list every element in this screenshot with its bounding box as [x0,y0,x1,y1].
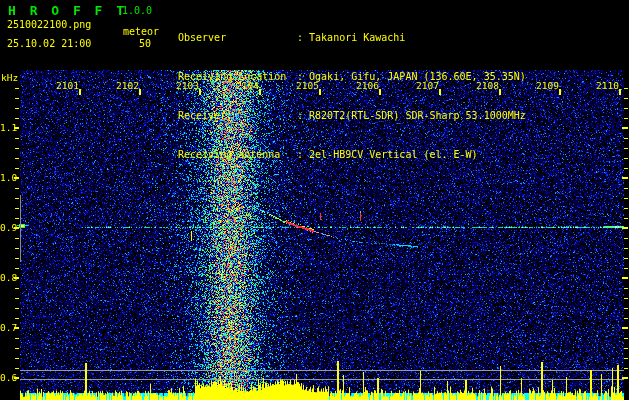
x-axis-tick-label: 2107 [415,80,439,91]
x-axis-tick-label: 2103 [175,80,199,91]
output-filename: 2510022100.png [7,19,91,30]
y-axis-tick-label: 0.7 [0,322,16,333]
x-axis-tick-label: 2104 [235,80,259,91]
y-axis-unit: kHz [1,72,18,83]
parameter-value: 50 [139,38,151,49]
y-axis-tick-label: 1.0 [0,172,16,183]
info-row-observer: Observer: Takanori Kawachi [178,31,629,44]
y-axis-tick-label: 0.8 [0,272,16,283]
info-row-receiver: Receiver: R820T2(RTL-SDR) SDR-Sharp 53.1… [178,109,629,122]
mode-label: meteor [123,26,159,37]
app-title: H R O F F T [8,3,127,18]
x-axis-tick-label: 2110 [595,80,619,91]
x-axis-tick-label: 2101 [55,80,79,91]
x-axis-tick-label: 2106 [355,80,379,91]
y-axis-tick-label: 0.6 [0,372,16,383]
x-axis-tick-label: 2105 [295,80,319,91]
info-row-antenna: Receiving antenna: 2el-HB9CV Vertical (e… [178,148,629,161]
station-info: Observer: Takanori Kawachi Receiving Loc… [178,5,629,61]
y-axis-tick-label: 1.1 [0,122,16,133]
hrofft-screen: H R O F F T 1.0.0 2510022100.png meteor … [0,0,629,400]
app-version: 1.0.0 [122,5,152,16]
y-axis-tick-label: 0.9 [0,222,16,233]
timestamp: 25.10.02 21:00 [7,38,91,49]
x-axis-tick-label: 2102 [115,80,139,91]
x-axis-tick-label: 2109 [535,80,559,91]
x-axis-tick-label: 2108 [475,80,499,91]
